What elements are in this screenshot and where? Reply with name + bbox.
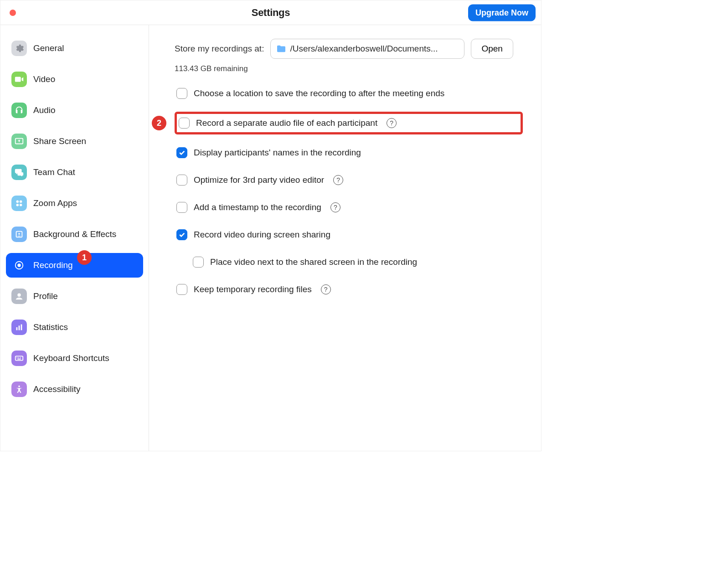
option-timestamp: Add a timestamp to the recording ? — [175, 198, 523, 217]
sidebar-item-label: Profile — [33, 291, 58, 301]
svg-point-18 — [18, 386, 20, 387]
sidebar-item-label: Keyboard Shortcuts — [33, 353, 109, 363]
sidebar-item-share-screen[interactable]: Share Screen — [6, 129, 143, 154]
sidebar-item-label: Team Chat — [33, 167, 75, 177]
window-body: General Video Audio Share Screen — [0, 25, 541, 451]
option-label: Optimize for 3rd party video editor — [194, 175, 324, 185]
callout-badge-1: 1 — [77, 250, 92, 265]
option-choose-location: Choose a location to save the recording … — [175, 84, 523, 103]
callout-badge-2: 2 — [152, 116, 166, 130]
headphones-icon — [11, 103, 27, 118]
svg-point-1 — [16, 201, 19, 203]
sidebar-item-general[interactable]: General — [6, 36, 143, 61]
accessibility-icon — [11, 382, 27, 397]
svg-point-3 — [16, 204, 19, 206]
settings-window: Settings Upgrade Now General Video — [0, 0, 542, 451]
upgrade-button[interactable]: Upgrade Now — [468, 4, 536, 21]
profile-icon — [11, 289, 27, 304]
svg-rect-14 — [17, 357, 18, 358]
option-label: Record video during screen sharing — [194, 230, 330, 240]
sidebar-item-accessibility[interactable]: Accessibility — [6, 377, 143, 402]
option-record-video-sharing: Record video during screen sharing — [175, 226, 523, 244]
checkbox-keep-temp-files[interactable] — [176, 284, 187, 295]
sidebar-item-label: Recording — [33, 260, 73, 270]
option-label: Place video next to the shared screen in… — [210, 257, 417, 267]
recording-path-text: /Users/alexanderboswell/Documents... — [290, 44, 438, 54]
video-icon — [11, 72, 27, 87]
sidebar-item-keyboard-shortcuts[interactable]: Keyboard Shortcuts — [6, 346, 143, 371]
checkbox-timestamp[interactable] — [176, 202, 187, 213]
option-label: Display participants' names in the recor… — [194, 148, 361, 158]
help-icon[interactable]: ? — [333, 175, 343, 185]
recording-panel: Store my recordings at: /Users/alexander… — [149, 25, 541, 451]
option-label: Choose a location to save the recording … — [194, 88, 444, 98]
keyboard-icon — [11, 351, 27, 366]
svg-rect-10 — [16, 327, 18, 330]
share-screen-icon — [11, 134, 27, 149]
svg-point-6 — [18, 233, 20, 235]
help-icon[interactable]: ? — [321, 284, 331, 294]
checkbox-choose-location[interactable] — [176, 88, 187, 99]
folder-icon — [276, 45, 286, 53]
svg-point-4 — [20, 204, 22, 206]
option-label: Record a separate audio file of each par… — [196, 118, 377, 128]
option-display-names: Display participants' names in the recor… — [175, 144, 523, 162]
checkbox-display-names[interactable] — [176, 147, 187, 158]
sidebar-item-team-chat[interactable]: Team Chat — [6, 160, 143, 185]
svg-rect-12 — [21, 325, 22, 330]
sidebar: General Video Audio Share Screen — [0, 25, 149, 451]
checkbox-record-video-sharing[interactable] — [176, 229, 187, 240]
help-icon[interactable]: ? — [330, 202, 340, 212]
chat-icon — [11, 165, 27, 180]
gear-icon — [11, 41, 27, 56]
window-title: Settings — [252, 7, 290, 19]
checkbox-video-next-to-screen[interactable] — [193, 257, 204, 268]
sidebar-item-recording[interactable]: Recording 1 — [6, 253, 143, 278]
svg-rect-11 — [19, 325, 20, 330]
apps-icon — [11, 196, 27, 211]
sidebar-item-background-effects[interactable]: Background & Effects — [6, 222, 143, 247]
sidebar-item-label: Audio — [33, 105, 56, 115]
sidebar-item-label: Background & Effects — [33, 229, 116, 239]
sidebar-item-profile[interactable]: Profile — [6, 284, 143, 309]
open-recordings-button[interactable]: Open — [471, 39, 513, 59]
svg-rect-15 — [18, 357, 19, 358]
recording-path-field[interactable]: /Users/alexanderboswell/Documents... — [270, 39, 464, 59]
sidebar-item-video[interactable]: Video — [6, 67, 143, 92]
background-icon — [11, 227, 27, 242]
svg-rect-17 — [17, 359, 21, 360]
svg-point-8 — [17, 263, 21, 267]
sidebar-item-label: Accessibility — [33, 384, 80, 394]
help-icon[interactable]: ? — [387, 118, 397, 128]
option-video-next-to-screen: Place video next to the shared screen in… — [191, 253, 523, 271]
checkbox-optimize-editor[interactable] — [176, 175, 187, 186]
sidebar-item-statistics[interactable]: Statistics — [6, 315, 143, 340]
svg-point-9 — [17, 294, 21, 297]
record-icon — [11, 258, 27, 273]
option-label: Keep temporary recording files — [194, 284, 312, 294]
close-icon[interactable] — [10, 10, 16, 16]
option-separate-audio: 2 Record a separate audio file of each p… — [175, 112, 523, 134]
store-location-row: Store my recordings at: /Users/alexander… — [175, 39, 523, 59]
svg-point-2 — [20, 201, 22, 203]
stats-icon — [11, 320, 27, 335]
option-keep-temp-files: Keep temporary recording files ? — [175, 280, 523, 299]
sidebar-item-zoom-apps[interactable]: Zoom Apps — [6, 191, 143, 216]
sidebar-item-audio[interactable]: Audio — [6, 98, 143, 123]
recording-options: Choose a location to save the recording … — [175, 84, 523, 299]
option-label: Add a timestamp to the recording — [194, 202, 321, 212]
option-optimize-editor: Optimize for 3rd party video editor ? — [175, 171, 523, 189]
sidebar-item-label: Statistics — [33, 322, 68, 332]
sidebar-item-label: Video — [33, 74, 55, 84]
sidebar-item-label: Zoom Apps — [33, 198, 77, 208]
sidebar-item-label: General — [33, 43, 64, 53]
store-location-label: Store my recordings at: — [175, 44, 264, 54]
storage-remaining: 113.43 GB remaining — [175, 64, 523, 73]
sidebar-item-label: Share Screen — [33, 136, 86, 146]
svg-rect-16 — [20, 357, 21, 358]
checkbox-separate-audio[interactable] — [179, 118, 190, 129]
titlebar: Settings Upgrade Now — [0, 0, 541, 25]
